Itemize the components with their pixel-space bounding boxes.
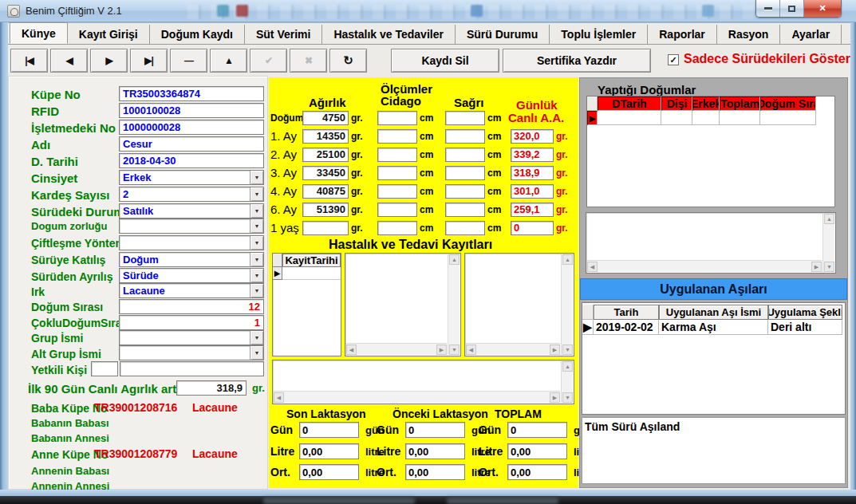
minimize-button[interactable]: [756, 0, 780, 17]
chevron-down-icon[interactable]: ▼: [250, 219, 263, 233]
gun-input[interactable]: 0: [299, 422, 359, 438]
gunluk-aa-input[interactable]: 318,9: [511, 166, 554, 180]
vaccines-col-tarih[interactable]: Tarih: [594, 305, 659, 320]
grup-ismi-combo[interactable]: ▼: [119, 330, 264, 345]
chevron-down-icon[interactable]: ▼: [250, 187, 263, 201]
chevron-down-icon[interactable]: ▼: [250, 236, 263, 250]
isletmedeki-no-input[interactable]: 1000000028: [119, 120, 264, 135]
births-col-dtarih[interactable]: DTarih: [598, 96, 661, 111]
scroll-right-icon[interactable]: ▶: [550, 392, 560, 403]
rfid-input[interactable]: 1000100028: [119, 103, 264, 118]
nav-prior-button[interactable]: ◀: [50, 49, 88, 73]
cidago-input[interactable]: [377, 111, 417, 125]
scroll-right-icon[interactable]: ▶: [436, 345, 447, 355]
litre-input[interactable]: 0,00: [405, 443, 465, 459]
gun-input[interactable]: 0: [405, 422, 465, 438]
births-col-erkek[interactable]: Erkek: [692, 96, 720, 111]
gunluk-aa-input[interactable]: 0: [511, 221, 554, 235]
sagri-input[interactable]: [445, 148, 485, 162]
treatment-list-box[interactable]: ▲▼ ◀▶: [464, 253, 574, 356]
yetkili-kisi-name-input[interactable]: [120, 361, 264, 376]
d-tarihi-input[interactable]: 2018-04-30: [119, 153, 264, 168]
tab-rasyon[interactable]: Rasyon: [717, 25, 781, 44]
tab-dogum-kaydi[interactable]: Doğum Kaydı: [150, 25, 245, 44]
maximize-button[interactable]: [780, 0, 804, 17]
scroll-down-icon[interactable]: ▼: [449, 345, 460, 355]
births-grid[interactable]: DTarih Dişi Erkek Toplam Doğum Sıra ▶: [586, 96, 835, 207]
litre-input[interactable]: 0,00: [299, 443, 359, 459]
horizontal-scrollbar[interactable]: ◀▶: [466, 343, 560, 355]
ort-input[interactable]: 0,00: [405, 464, 465, 480]
show-only-herd-checkbox[interactable]: ✓: [668, 54, 679, 65]
irk-combo[interactable]: Lacaune ▼: [119, 283, 264, 298]
agirlik-input[interactable]: 51390: [302, 203, 349, 217]
health-notes-box[interactable]: ▲▼ ◀▶: [272, 360, 574, 404]
nav-delete-button[interactable]: —: [170, 49, 207, 73]
nav-next-button[interactable]: ▶: [90, 49, 128, 73]
cidago-input[interactable]: [377, 166, 417, 180]
vertical-scrollbar[interactable]: ▲▼: [561, 361, 573, 403]
show-only-herd-label[interactable]: Sadece Sürüdekileri Göster: [684, 52, 850, 66]
tab-ayarlar[interactable]: Ayarlar: [780, 25, 842, 44]
chevron-down-icon[interactable]: ▼: [250, 346, 263, 360]
horizontal-scrollbar[interactable]: ◀▶: [587, 260, 822, 272]
kayit-tarihi-column-header[interactable]: KayitTarihi: [282, 254, 341, 267]
sagri-input[interactable]: [445, 203, 485, 217]
adi-input[interactable]: Cesur: [119, 136, 264, 152]
agirlik-input[interactable]: 40875: [302, 184, 349, 199]
title-bar[interactable]: Benim Çiftliğim V 2.1 ✕: [0, 0, 856, 22]
surudeki-durum-combo[interactable]: Satılık ▼: [119, 203, 264, 219]
births-col-disi[interactable]: Dişi: [661, 96, 692, 111]
vertical-scrollbar[interactable]: ▲▼: [448, 254, 460, 355]
nav-last-button[interactable]: ▶|: [130, 49, 168, 73]
sagri-input[interactable]: [445, 184, 485, 199]
close-button[interactable]: ✕: [804, 0, 841, 17]
nav-cancel-button[interactable]: ✖: [290, 49, 327, 73]
cidago-input[interactable]: [377, 184, 417, 199]
horizontal-scrollbar[interactable]: ◀▶: [274, 391, 560, 403]
nav-first-button[interactable]: |◀: [10, 49, 48, 73]
vaccine-row[interactable]: ▶ 2019-02-02 Karma Aşı Deri altı: [582, 320, 842, 335]
agirlik-input[interactable]: 33450: [302, 166, 349, 180]
nav-edit-button[interactable]: ▲: [210, 49, 247, 73]
horizontal-scrollbar[interactable]: ◀▶: [346, 343, 447, 355]
tab-sut-verimi[interactable]: Süt Verimi: [245, 25, 322, 44]
scroll-up-icon[interactable]: ▲: [824, 214, 834, 224]
scroll-up-icon[interactable]: ▲: [562, 254, 573, 265]
sagri-input[interactable]: [445, 129, 485, 144]
births-col-toplam[interactable]: Toplam: [720, 96, 760, 111]
ort-input[interactable]: 0,00: [299, 464, 359, 480]
dogum-sirasi-input[interactable]: 12: [119, 299, 264, 314]
chevron-down-icon[interactable]: ▼: [250, 171, 263, 184]
gunluk-aa-input[interactable]: 320,0: [511, 129, 554, 144]
scroll-down-icon[interactable]: ▼: [824, 262, 834, 272]
vaccines-grid[interactable]: Tarih Uygulanan Aşı İsmi Uygulama Şekli …: [582, 302, 846, 415]
agirlik-input[interactable]: [302, 221, 349, 235]
cinsiyet-combo[interactable]: Erkek ▼: [119, 170, 264, 185]
tab-hastalik-tedaviler[interactable]: Hastalık ve Tedaviler: [322, 25, 455, 44]
suruye-katilis-combo[interactable]: Doğum ▼: [119, 252, 264, 267]
gunluk-aa-input[interactable]: 259,1: [511, 203, 554, 217]
chevron-down-icon[interactable]: ▼: [250, 269, 263, 282]
ort-input[interactable]: 0,00: [507, 464, 567, 480]
scroll-up-icon[interactable]: ▲: [562, 361, 573, 372]
sagri-input[interactable]: [445, 111, 485, 125]
scroll-right-icon[interactable]: ▶: [550, 345, 560, 355]
scroll-left-icon[interactable]: ◀: [274, 392, 284, 403]
dogum-zorlugu-combo[interactable]: ▼: [119, 219, 264, 234]
vaccine-note-box[interactable]: Tüm Sürü Aşıland: [582, 417, 846, 484]
nav-post-button[interactable]: ✔: [250, 49, 287, 73]
chevron-down-icon[interactable]: ▼: [250, 284, 263, 297]
scroll-down-icon[interactable]: ▼: [562, 345, 573, 355]
gunluk-aa-input[interactable]: 301,0: [511, 184, 554, 199]
sagri-input[interactable]: [445, 221, 485, 235]
scroll-left-icon[interactable]: ◀: [587, 262, 598, 272]
kupe-no-input[interactable]: TR35003364874: [119, 86, 264, 101]
vertical-scrollbar[interactable]: ▲▼: [822, 214, 834, 272]
gunluk-aa-input[interactable]: 339,2: [511, 148, 554, 162]
scroll-up-icon[interactable]: ▲: [449, 254, 460, 265]
vaccines-col-asi-ismi[interactable]: Uygulanan Aşı İsmi: [659, 305, 768, 320]
alt-grup-ismi-combo[interactable]: ▼: [119, 345, 264, 360]
delete-record-button[interactable]: Kaydı Sil: [391, 49, 499, 73]
health-list-box[interactable]: ▲▼ ◀▶: [345, 253, 461, 356]
